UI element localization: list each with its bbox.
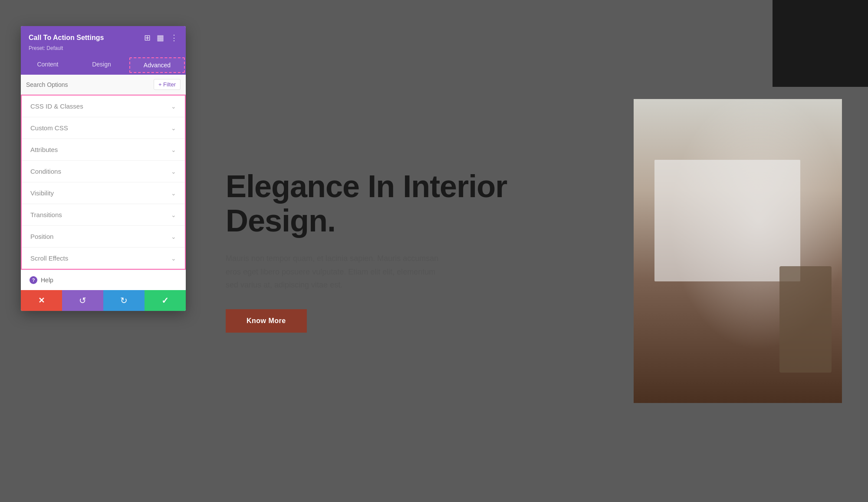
tab-advanced[interactable]: Advanced — [129, 57, 185, 73]
chevron-down-icon-conditions: ⌄ — [171, 168, 176, 175]
panel-title: Call To Action Settings — [29, 34, 104, 42]
panel-header: Call To Action Settings ⊞ ▦ ⋮ Preset: De… — [21, 26, 186, 56]
tab-design[interactable]: Design — [75, 56, 128, 75]
redo-button[interactable]: ↻ — [103, 290, 145, 311]
panel-footer: ? Help — [21, 270, 186, 290]
know-more-button[interactable]: Know More — [226, 309, 307, 333]
accordion-list: CSS ID & Classes ⌄ Custom CSS ⌄ Attribut… — [21, 95, 186, 270]
tab-content[interactable]: Content — [21, 56, 75, 75]
save-button[interactable]: ✓ — [145, 290, 186, 311]
search-input[interactable] — [26, 81, 154, 88]
settings-panel: Call To Action Settings ⊞ ▦ ⋮ Preset: De… — [21, 26, 186, 311]
undo-button[interactable]: ↺ — [62, 290, 103, 311]
accordion-label-attributes: Attributes — [30, 146, 58, 153]
undo-icon: ↺ — [79, 295, 86, 306]
accordion-label-custom-css: Custom CSS — [30, 124, 68, 132]
save-icon: ✓ — [161, 295, 169, 306]
accordion-item-conditions[interactable]: Conditions ⌄ — [22, 161, 185, 182]
accordion-label-conditions: Conditions — [30, 168, 61, 175]
redo-icon: ↻ — [120, 295, 128, 306]
help-label[interactable]: Help — [41, 277, 53, 284]
chevron-down-icon-position: ⌄ — [171, 233, 176, 240]
chevron-down-icon-attributes: ⌄ — [171, 146, 176, 153]
top-right-decoration — [773, 0, 868, 87]
chevron-down-icon-custom-css: ⌄ — [171, 125, 176, 132]
hero-image — [634, 99, 842, 403]
panel-header-icons: ⊞ ▦ ⋮ — [144, 33, 178, 43]
chevron-down-icon-scroll-effects: ⌄ — [171, 255, 176, 262]
bedroom-image-sim — [634, 99, 842, 403]
action-bar: ✕ ↺ ↻ ✓ — [21, 290, 186, 311]
accordion-label-transitions: Transitions — [30, 211, 62, 218]
cancel-button[interactable]: ✕ — [21, 290, 62, 311]
responsive-icon[interactable]: ⊞ — [144, 33, 151, 43]
chevron-down-icon-transitions: ⌄ — [171, 211, 176, 218]
accordion-item-css-id[interactable]: CSS ID & Classes ⌄ — [22, 96, 185, 117]
accordion-item-scroll-effects[interactable]: Scroll Effects ⌄ — [22, 248, 185, 269]
more-icon[interactable]: ⋮ — [170, 33, 178, 43]
chevron-down-icon-visibility: ⌄ — [171, 190, 176, 197]
center-content: Elegance In Interior Design. Mauris non … — [191, 143, 634, 359]
columns-icon[interactable]: ▦ — [157, 33, 164, 43]
help-icon[interactable]: ? — [30, 276, 37, 284]
search-bar: + Filter — [21, 75, 186, 95]
accordion-item-transitions[interactable]: Transitions ⌄ — [22, 204, 185, 226]
hero-title: Elegance In Interior Design. — [226, 169, 599, 238]
accordion-label-css-id: CSS ID & Classes — [30, 102, 83, 110]
accordion-item-attributes[interactable]: Attributes ⌄ — [22, 139, 185, 161]
panel-preset[interactable]: Preset: Default — [29, 45, 178, 51]
hero-description: Mauris non tempor quam, et lacinia sapie… — [226, 252, 443, 292]
cancel-icon: ✕ — [38, 296, 45, 305]
accordion-item-custom-css[interactable]: Custom CSS ⌄ — [22, 117, 185, 139]
panel-tabs: Content Design Advanced — [21, 56, 186, 75]
panel-header-top: Call To Action Settings ⊞ ▦ ⋮ — [29, 33, 178, 43]
accordion-item-visibility[interactable]: Visibility ⌄ — [22, 182, 185, 204]
accordion-item-position[interactable]: Position ⌄ — [22, 226, 185, 248]
accordion-label-visibility: Visibility — [30, 189, 54, 197]
accordion-label-scroll-effects: Scroll Effects — [30, 254, 68, 262]
filter-button[interactable]: + Filter — [154, 79, 181, 90]
chevron-down-icon-css-id: ⌄ — [171, 103, 176, 110]
accordion-label-position: Position — [30, 233, 53, 240]
